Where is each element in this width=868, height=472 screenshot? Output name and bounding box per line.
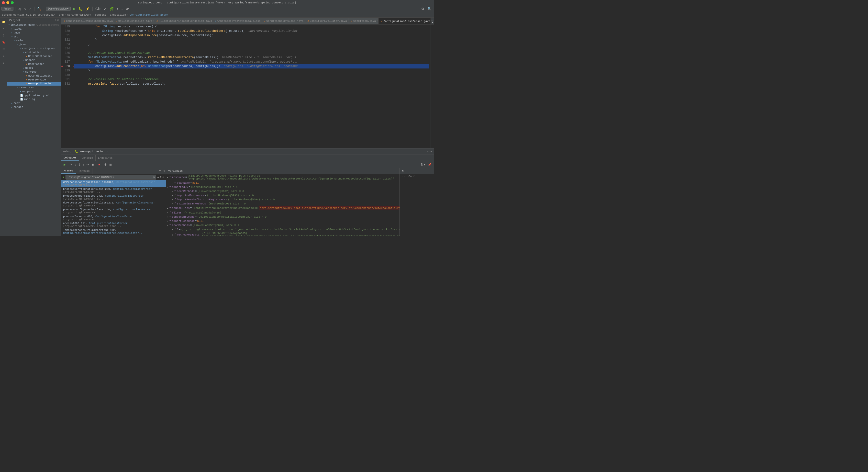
var-expand-beanname[interactable]: ▸ — [171, 181, 174, 184]
thread-down-icon[interactable]: ▼ — [160, 176, 162, 179]
frames-filter-icon[interactable]: ⏷ — [158, 169, 162, 172]
breadcrumb-org[interactable]: org — [59, 13, 64, 17]
var-expand-importbeandefinition[interactable]: ▸ — [171, 198, 174, 201]
sidebar-expand-icon[interactable]: ⊞ — [57, 19, 59, 22]
tab-conditional-missing-bean[interactable]: J ConditionalOnMissingBean.java × — [61, 18, 114, 24]
var-expand-skippedbeanmethods[interactable]: ▸ — [171, 202, 174, 205]
var-expand-sourceclass[interactable]: ▸ — [166, 207, 169, 210]
maximize-button[interactable] — [11, 1, 14, 4]
var-item-resource[interactable]: ▾ f resource = {ClassPathResource@5990} … — [166, 174, 400, 181]
var-item-0[interactable]: ▸ f 0 = {org.springframework.boot.autoco… — [166, 227, 400, 231]
var-item-importedby[interactable]: ▸ f importedBy = {LinkedHashSet@5991} si… — [166, 185, 400, 189]
frame-item-2[interactable]: processMemberClasses:372, ConfigurationC… — [61, 194, 166, 201]
forward-icon[interactable]: ▷ — [23, 6, 27, 11]
tree-item-idea[interactable]: ▸ .idea — [7, 27, 61, 31]
run-button[interactable]: ▶ — [72, 6, 76, 11]
activity-favorites[interactable]: ★ — [0, 60, 7, 66]
var-item-beanname[interactable]: ▸ f beanName = null — [166, 181, 400, 185]
step-into-my-code-btn[interactable]: ⤵ — [78, 163, 81, 167]
tree-item-hello-controller[interactable]: ● HelloController — [7, 54, 61, 58]
git-checkmark[interactable]: ✓ — [103, 6, 107, 11]
tree-item-package[interactable]: ▾ com.jessin.springboot.c — [7, 47, 61, 50]
tab-condition[interactable]: J Condition.java × — [348, 18, 379, 24]
tab-close-condition[interactable]: × — [377, 20, 378, 23]
search-icon[interactable]: 🔍 — [427, 6, 433, 11]
run-config-selector[interactable]: DemoApplication ▾ — [46, 7, 71, 11]
frame-item-8[interactable]: accept:-1, 23053378 (org.springframework… — [61, 235, 166, 236]
frame-item-4[interactable]: processConfigurationClass:250, Configura… — [61, 208, 166, 214]
tree-item-model[interactable]: ▸ model — [7, 66, 61, 70]
tab-config-class-parser[interactable]: J ConfigurationClassParser.java × — [378, 18, 431, 24]
tree-item-controller[interactable]: ▾ controller — [7, 50, 61, 54]
var-expand-0[interactable]: ▸ — [171, 228, 174, 231]
tabs-overflow[interactable]: ▾ — [431, 21, 434, 24]
frame-item-3[interactable]: doProcessConfigurationClass:272, Configu… — [61, 201, 166, 208]
tree-item-user-mapper[interactable]: ● UserMapper — [7, 62, 61, 66]
back-icon[interactable]: ◁ — [17, 6, 22, 11]
thread-up-icon[interactable]: ▲ — [157, 176, 159, 179]
debug-settings-icon[interactable]: ⚙ — [427, 150, 429, 153]
var-item-methodmetadata[interactable]: ▾ f methodMetadata = {SimpleMethodMetada… — [166, 231, 400, 236]
resume-btn[interactable]: ▶ — [63, 163, 67, 167]
debug-tab-endpoints[interactable]: Endpoints — [96, 155, 115, 161]
tree-item-java[interactable]: ▾ java — [7, 42, 61, 47]
step-out-btn[interactable]: ↑ — [82, 163, 85, 167]
watches-btn[interactable]: N ▾ — [420, 163, 427, 167]
run-to-cursor-btn[interactable]: ↦ — [86, 163, 90, 167]
tab-annotated-type[interactable]: C AnnotatedTypeMetadata.class × — [212, 18, 261, 24]
step-into-btn[interactable]: ↓ — [74, 163, 77, 167]
var-expand-importedby[interactable]: ▸ — [166, 185, 169, 188]
frames-settings-icon[interactable]: ⚙ — [162, 169, 166, 172]
debug-tab-debugger[interactable]: Debugger — [61, 155, 79, 161]
tree-item-my-conditional[interactable]: ● MyConditionalCo — [7, 74, 61, 78]
tree-item-mappers[interactable]: ▸ mappers — [7, 89, 61, 93]
var-expand-componentscans[interactable]: ▸ — [166, 215, 169, 218]
build-icon[interactable]: 🔨 — [36, 6, 42, 11]
tree-item-test[interactable]: ▸ test — [7, 101, 61, 105]
frame-item-6[interactable]: access$800:111, ConfigurationClassParser… — [61, 221, 166, 228]
project-selector[interactable]: Project — [1, 7, 13, 11]
frame-item-5[interactable]: processImports:600, ConfigurationClassPa… — [61, 214, 166, 221]
var-item-beanmethods2[interactable]: ▾ f beanMethods = {LinkedHashSet@6048} s… — [166, 223, 400, 227]
var-expand-beanmethods1[interactable]: ▸ — [171, 189, 174, 193]
activity-bookmarks[interactable]: 🔖 — [0, 39, 7, 46]
tree-item-src[interactable]: ▾ src — [7, 35, 61, 39]
debug-minimize-icon[interactable]: − — [430, 150, 432, 153]
restore-layout-btn[interactable]: ⊞ — [108, 163, 113, 167]
debug-close-icon[interactable]: × — [106, 150, 108, 153]
breadcrumb-jar[interactable]: spring-context-5.3.16-sources.jar — [2, 13, 55, 17]
breadcrumb-class[interactable]: ConfigurationClassParser — [130, 13, 168, 17]
var-item-sourceclass[interactable]: ▸ f sourceClass = {ConfigurationClassPar… — [166, 206, 400, 211]
activity-structure[interactable]: ☰ — [0, 46, 7, 52]
tree-item-demo-app[interactable]: ● DemoApplication — [7, 82, 61, 86]
var-expand-importresource[interactable]: ▸ — [166, 219, 169, 223]
tree-item-user-service[interactable]: ● UserService — [7, 78, 61, 82]
var-expand-beanmethods2[interactable]: ▾ — [166, 224, 169, 227]
tree-item-mapper[interactable]: ▾ mapper — [7, 58, 61, 62]
tree-item-main[interactable]: ▾ main — [7, 39, 61, 42]
git-push[interactable]: ↑ — [116, 6, 119, 11]
step-over-btn[interactable]: ↷ — [69, 163, 73, 167]
activity-z[interactable]: Z — [0, 53, 7, 59]
activity-commit[interactable]: ± — [0, 25, 7, 32]
profile-button[interactable]: ⚡ — [85, 6, 91, 11]
activity-pull-requests[interactable]: ⤴ — [0, 32, 7, 39]
frame-item-0[interactable]: doProcessConfigurationClass:328, Configu… — [61, 180, 166, 187]
tab-condition-evaluator[interactable]: J ConditionEvaluator.java × — [305, 18, 348, 24]
pin-watches-btn[interactable]: 📌 — [427, 163, 433, 167]
git-history[interactable]: ⟳ — [125, 6, 130, 11]
breadcrumb-annotation[interactable]: annotation — [110, 13, 126, 17]
breadcrumb-springframework[interactable]: springframework — [67, 13, 91, 17]
tree-root[interactable]: ▾ springboot-demo ~/Documents/prog — [7, 23, 61, 27]
tree-item-mvn[interactable]: ▸ .mvn — [7, 31, 61, 35]
debug-button[interactable]: 🐛 — [78, 6, 84, 11]
frames-tab-threads[interactable]: Threads — [76, 168, 92, 174]
tab-conditional-on-class[interactable]: J ConditionalOnClass.java × — [261, 18, 305, 24]
tab-on-class-condition[interactable]: J OnClassCondition.java × — [114, 18, 154, 24]
settings-btn[interactable]: ⚙ — [103, 163, 108, 167]
var-item-skippedbeanmethods[interactable]: ▸ f skippedBeanMethods = {HashSet@5995} … — [166, 202, 400, 206]
var-item-importedresources[interactable]: ▸ f importedResources = {LinkedHashMap@5… — [166, 193, 400, 197]
close-button[interactable] — [2, 1, 5, 4]
var-item-beanmethods1[interactable]: ▸ f beanMethods = {LinkedHashSet@5992} s… — [166, 189, 400, 193]
frame-item-1[interactable]: processConfigurationClass:250, Configura… — [61, 187, 166, 194]
